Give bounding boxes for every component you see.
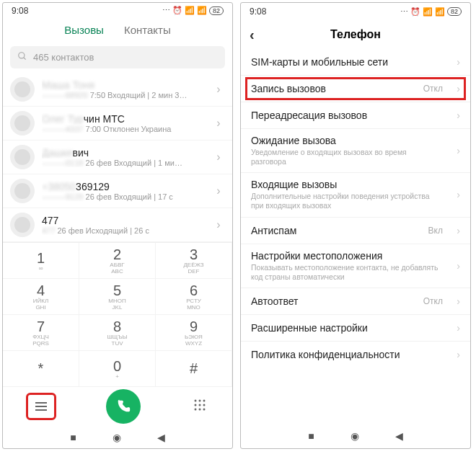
nav-back-icon[interactable]: ◀ (157, 432, 165, 443)
key-8[interactable]: 8ШЩЪЫ TUV (79, 315, 156, 351)
row-sim-networks[interactable]: SIM-карты и мобильные сети › (241, 49, 470, 75)
chevron-right-icon: › (450, 189, 460, 200)
nav-recent-icon[interactable]: ■ (308, 430, 314, 442)
row-call-recording[interactable]: Запись вызовов Откл › (241, 76, 470, 102)
chevron-right-icon[interactable]: › (212, 151, 225, 164)
dialpad: 1∞ 2АБВГ ABC 3ДЕЁЖЗ DEF 4ИЙКЛ GHI 5МНОП … (3, 242, 232, 387)
nav-home-icon[interactable]: ◉ (113, 432, 121, 443)
row-location-settings[interactable]: Настройки местоположения Показывать мест… (241, 244, 470, 288)
row-antispam[interactable]: Антиспам Вкл › (241, 218, 470, 244)
chevron-right-icon: › (450, 110, 460, 121)
call-button[interactable] (106, 389, 141, 424)
phone-settings-screen: 9:08 ⋯⏰📶📶 82 ‹ Телефон SIM-карты и мобил… (240, 2, 471, 449)
svg-point-7 (203, 399, 205, 401)
chevron-right-icon: › (450, 349, 460, 360)
row-incoming-calls[interactable]: Входящие вызовы Дополнительные настройки… (241, 173, 470, 216)
status-icons: ⋯⏰📶📶 82 (162, 6, 224, 15)
row-auto-answer[interactable]: Автоответ Откл › (241, 288, 470, 314)
chevron-right-icon[interactable]: › (212, 184, 225, 197)
key-9[interactable]: 9ЬЭЮЯ WXYZ (156, 315, 232, 351)
key-4[interactable]: 4ИЙКЛ GHI (3, 279, 79, 315)
status-icons: ⋯⏰📶📶 82 (400, 7, 462, 17)
nav-recent-icon[interactable]: ■ (70, 432, 76, 443)
battery-icon: 82 (447, 7, 462, 16)
svg-point-8 (194, 404, 196, 406)
title-bar: ‹ Телефон (241, 20, 470, 49)
call-row[interactable]: Олег Турчин МТС ———4337 7:00 Отклонен Ук… (3, 107, 232, 141)
chevron-right-icon[interactable]: › (212, 117, 225, 130)
key-6[interactable]: 6РСТУ MNO (156, 279, 232, 315)
key-0[interactable]: 0+ (79, 351, 156, 387)
status-time: 9:08 (250, 6, 266, 17)
battery-icon: 82 (209, 6, 224, 15)
call-row[interactable]: Дашкевич ———0118 26 фев Входящий | 1 ми…… (3, 141, 232, 174)
svg-point-13 (203, 408, 205, 410)
tab-calls[interactable]: Вызовы (64, 24, 104, 36)
android-navbar: ■ ◉ ◀ (3, 426, 232, 448)
search-input[interactable]: 465 контактов (10, 46, 225, 68)
call-row[interactable]: 477 477 26 фев Исходящий | 26 с › (3, 208, 232, 242)
dialpad-toggle-icon[interactable] (193, 399, 206, 415)
row-advanced-settings[interactable]: Расширенные настройки › (241, 315, 470, 341)
svg-line-1 (24, 58, 26, 60)
menu-button[interactable] (29, 396, 53, 417)
row-call-forwarding[interactable]: Переадресация вызовов › (241, 102, 470, 128)
call-row[interactable]: +38050369129 ———9129 26 фев Входящий | 1… (3, 174, 232, 208)
avatar (10, 77, 35, 102)
svg-point-0 (19, 53, 25, 58)
key-2[interactable]: 2АБВГ ABC (79, 243, 156, 279)
avatar (10, 111, 35, 135)
svg-point-5 (194, 399, 196, 401)
chevron-right-icon[interactable]: › (212, 218, 225, 231)
nav-home-icon[interactable]: ◉ (351, 430, 359, 442)
svg-point-11 (194, 408, 196, 410)
status-bar: 9:08 ⋯⏰📶📶 82 (241, 3, 470, 20)
key-1[interactable]: 1∞ (3, 243, 79, 279)
tabs: Вызовы Контакты (3, 19, 232, 43)
key-7[interactable]: 7ФХЦЧ PQRS (3, 315, 79, 351)
chevron-right-icon: › (450, 295, 460, 307)
call-log: Маша Тоня ———68920 7:50 Входящий | 2 мин… (3, 73, 232, 242)
page-title: Телефон (330, 28, 381, 41)
row-call-waiting[interactable]: Ожидание вызова Уведомление о входящих в… (241, 129, 470, 172)
avatar (10, 145, 35, 169)
chevron-right-icon: › (450, 83, 460, 94)
search-icon (17, 51, 27, 63)
status-bar: 9:08 ⋯⏰📶📶 82 (3, 3, 232, 19)
svg-point-9 (198, 404, 200, 406)
key-hash[interactable]: # (156, 351, 232, 387)
key-star[interactable]: * (3, 351, 79, 387)
svg-point-6 (198, 399, 200, 401)
chevron-right-icon: › (450, 145, 460, 156)
avatar (10, 179, 35, 203)
chevron-right-icon: › (450, 322, 460, 334)
back-button[interactable]: ‹ (250, 27, 255, 43)
avatar (10, 213, 35, 237)
android-navbar: ■ ◉ ◀ (241, 424, 470, 448)
bottom-actions (3, 387, 232, 426)
phone-dialer-screen: 9:08 ⋯⏰📶📶 82 Вызовы Контакты 465 контакт… (2, 2, 233, 449)
svg-point-12 (198, 408, 200, 410)
nav-back-icon[interactable]: ◀ (395, 430, 403, 442)
settings-list: SIM-карты и мобильные сети › Запись вызо… (241, 49, 470, 424)
key-3[interactable]: 3ДЕЁЖЗ DEF (156, 243, 232, 279)
status-time: 9:08 (12, 6, 28, 16)
call-row[interactable]: Маша Тоня ———68920 7:50 Входящий | 2 мин… (3, 73, 232, 107)
chevron-right-icon: › (450, 225, 460, 236)
chevron-right-icon: › (450, 56, 460, 68)
tab-contacts[interactable]: Контакты (124, 24, 171, 36)
search-placeholder: 465 контактов (33, 52, 94, 63)
key-5[interactable]: 5МНОП JKL (79, 279, 156, 315)
chevron-right-icon[interactable]: › (212, 83, 225, 96)
chevron-right-icon: › (450, 260, 460, 272)
svg-point-10 (203, 404, 205, 406)
row-privacy-policy[interactable]: Политика конфиденциальности › (241, 342, 470, 368)
